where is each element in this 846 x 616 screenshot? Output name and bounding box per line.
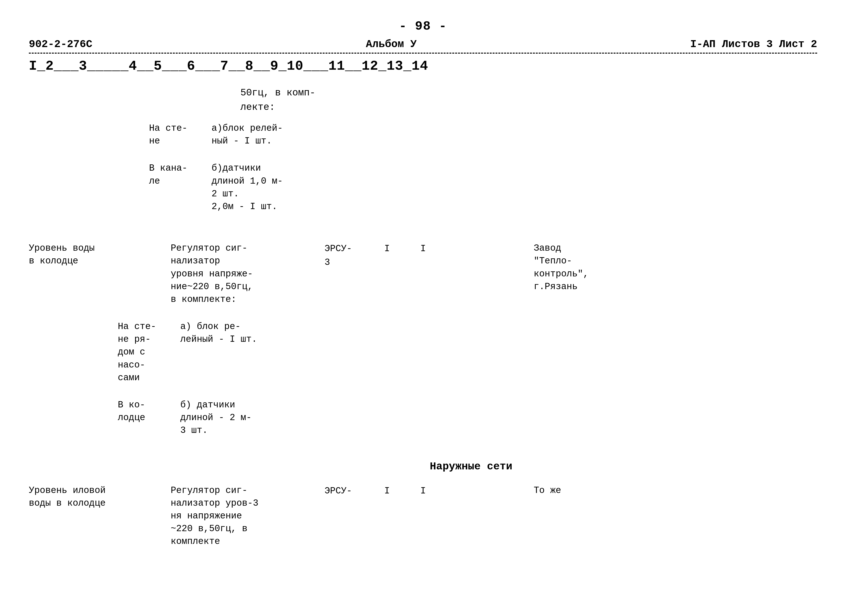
col-9: 9 <box>270 59 279 74</box>
col-7: 7 <box>220 59 229 74</box>
cell-qty2-1: I <box>409 242 438 255</box>
col-14: 14 <box>411 59 428 74</box>
cell-datchiki-1: б)датчикидлиной 1,0 м-2 шт.2,0м - I шт. <box>212 162 361 213</box>
row-4: Уровень водыв колодце Регулятор сиг-нали… <box>29 242 817 306</box>
sep-3-4: _____ <box>87 59 129 74</box>
cell-blok-releynyy: а)блок релей-ный - I шт. <box>212 122 361 147</box>
col-6: 6 <box>187 59 195 74</box>
cell-qty1-2: I <box>373 484 401 498</box>
cell-blok-releynyy-2: а) блок ре-лейный - I шт. <box>180 320 329 346</box>
col-8: 8 <box>245 59 254 74</box>
col-13: 13 <box>386 59 403 74</box>
header-divider <box>29 53 817 54</box>
row-7: Уровень иловойводы в колодце Регулятор с… <box>29 484 817 548</box>
spacer-1 <box>29 227 817 242</box>
cell-regulator-sig: Регулятор сиг-нализаторуровня напряже-ни… <box>171 242 325 306</box>
doc-code: 902-2-276С <box>29 38 92 50</box>
col-1: I <box>29 59 37 74</box>
sep-1-2: _ <box>37 59 46 74</box>
sep-9-10: _ <box>278 59 287 74</box>
cell-datchiki-2: б) датчикидлиной - 2 м-3 шт. <box>180 399 329 437</box>
cell-place-na-stene: На сте-не <box>149 122 207 147</box>
header-row: 902-2-276С Альбом У I-АП Листов 3 Лист 2 <box>29 38 817 50</box>
col-3: 3 <box>79 59 87 74</box>
col-5: 5 <box>154 59 162 74</box>
cell-regulator-sig-2: Регулятор сиг-нализатор уров-3ня напряже… <box>171 484 325 548</box>
main-table: 50гц, в комп-лекте: На сте-не а)блок рел… <box>29 86 817 548</box>
sep-13-14: _ <box>403 59 411 74</box>
cell-qty1-1: I <box>373 242 401 255</box>
album-label: Альбом У <box>366 38 417 50</box>
cell-qty2-2: I <box>409 484 438 498</box>
cell-place-na-stene-2: На сте-не ря-дом снасо-сами <box>118 320 175 384</box>
sheet-info: I-АП Листов 3 Лист 2 <box>690 38 817 50</box>
sep-12-13: _ <box>378 59 387 74</box>
row-6: В ко-лодце б) датчикидлиной - 2 м-3 шт. <box>29 399 817 437</box>
sep-10-11: ___ <box>303 59 328 74</box>
section-title-naruzhnye-seti: Наружные сети <box>125 459 817 474</box>
row-5: На сте-не ря-дом снасо-сами а) блок ре-л… <box>29 320 817 384</box>
sep-4-5: __ <box>137 59 154 74</box>
spacer-2 <box>29 451 817 459</box>
cell-ersu-1: ЭРСУ-3 <box>325 242 373 269</box>
row-1: 50гц, в комп-лекте: <box>29 86 817 114</box>
col-11: 11 <box>328 59 345 74</box>
cell-uroven-vody: Уровень водыв колодце <box>29 242 106 267</box>
sep-8-9: __ <box>253 59 270 74</box>
cell-to-zhe: То же <box>534 484 630 497</box>
cell-place-v-kolodtse: В ко-лодце <box>118 399 175 424</box>
cell-place-v-kanale: В кана-ле <box>149 162 207 187</box>
cell-zavod-1: Завод"Тепло-контроль",г.Рязань <box>534 242 630 293</box>
row-2: На сте-не а)блок релей-ный - I шт. <box>29 122 817 147</box>
col-4: 4 <box>129 59 137 74</box>
col-2: 2 <box>46 59 54 74</box>
sep-7-8: __ <box>229 59 245 74</box>
col-12: 12 <box>361 59 378 74</box>
sep-11-12: __ <box>345 59 361 74</box>
cell-ersu-2: ЭРСУ- <box>325 484 373 498</box>
col-10: 10 <box>287 59 303 74</box>
cell-freq-desc: 50гц, в комп-лекте: <box>241 86 389 114</box>
sep-2-3: ___ <box>54 59 79 74</box>
sep-6-7: ___ <box>195 59 220 74</box>
page: - 98 - 902-2-276С Альбом У I-АП Листов 3… <box>0 0 846 616</box>
page-number: - 98 - <box>29 19 817 34</box>
cell-uroven-ilovoy: Уровень иловойводы в колодце <box>29 484 106 509</box>
column-numbers-row: I _ 2 ___ 3 _____ 4 __ 5 ___ 6 ___ 7 __ … <box>29 59 817 74</box>
sep-5-6: ___ <box>162 59 187 74</box>
row-3: В кана-ле б)датчикидлиной 1,0 м-2 шт.2,0… <box>29 162 817 213</box>
